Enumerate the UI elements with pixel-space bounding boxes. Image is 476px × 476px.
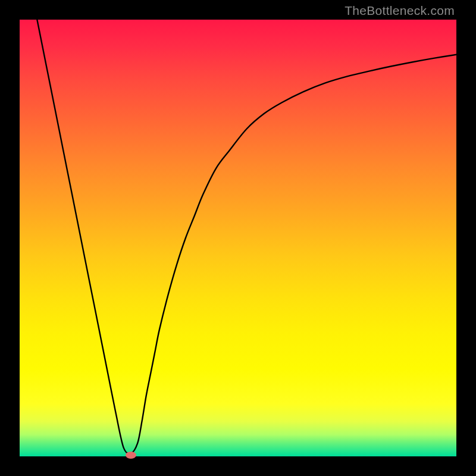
plot-area [20, 20, 456, 456]
chart-frame: TheBottleneck.com [0, 0, 476, 476]
curve-svg [20, 20, 456, 456]
curve-path [37, 20, 456, 453]
min-marker [126, 452, 136, 459]
watermark: TheBottleneck.com [345, 4, 455, 18]
